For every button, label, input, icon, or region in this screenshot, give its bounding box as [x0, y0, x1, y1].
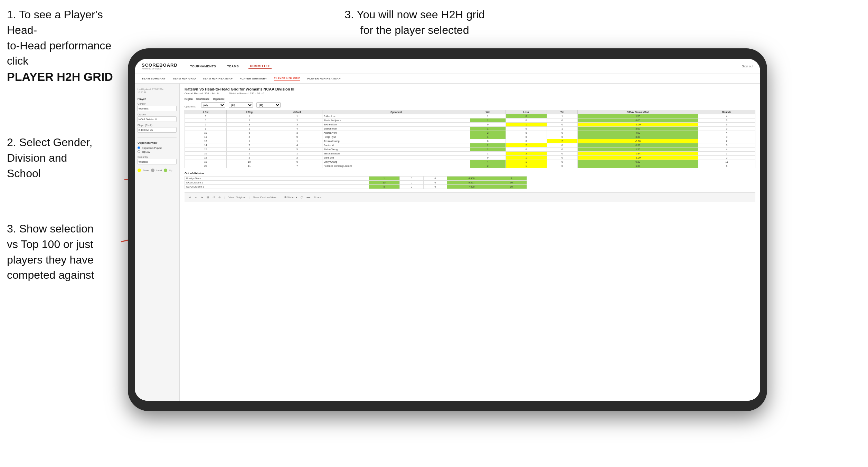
region-filter-select[interactable]: (All) [201, 102, 225, 108]
sidebar: Last Updated: 27/03/202416:55:38 Player … [135, 84, 180, 401]
grid-subtitle: Overall Record: 353 - 34 - 6 Division Re… [185, 92, 755, 95]
toolbar-watch[interactable]: 👁 Watch ▾ [284, 196, 298, 199]
colour-by-label: Colour by [138, 156, 177, 158]
tablet-frame: SCOREBOARD Powered by clippd TOURNAMENTS… [128, 48, 767, 411]
filter-selects-row: Opponents: (All) (All) (All) [185, 102, 755, 108]
table-row: 13 1 1 Jessica Huang 0 0 2 -3.00 2 [185, 139, 755, 143]
toolbar-hex[interactable]: ⬡ [301, 196, 303, 199]
opponent-view-radios: Opponents Played Top 100 [138, 146, 177, 153]
player-rank-select[interactable]: 8. Katelyn Vo [138, 127, 177, 133]
last-updated: Last Updated: 27/03/202416:55:38 [138, 88, 177, 94]
col-opponent: Opponent [322, 110, 470, 114]
table-row: 5 2 2 Alexis Sudjianto 1 0 0 4.00 3 [185, 118, 755, 123]
sub-nav-team-summary[interactable]: TEAM SUMMARY [142, 76, 166, 81]
out-of-division-label: Out of division [185, 172, 755, 175]
sub-nav-player-summary[interactable]: PLAYER SUMMARY [239, 76, 267, 81]
sub-nav-team-h2h-heatmap[interactable]: TEAM H2H HEATMAP [203, 76, 233, 81]
colour-legend: Down Level Up [138, 169, 177, 172]
table-row: 11 2 5 Heejo Hyun 1 0 0 3.33 3 [185, 135, 755, 139]
toolbar-share[interactable]: Share [314, 196, 321, 199]
division-select[interactable]: NCAA Division III [138, 116, 177, 122]
instruction-mid-left: 2. Select Gender, Division and School [7, 135, 124, 181]
grid-title: Katelyn Vo Head-to-Head Grid for Women's… [185, 87, 755, 91]
table-row: 18 2 2 Euna Lee 0 1 0 -5.00 2 [185, 156, 755, 160]
player-section-title: Player [138, 97, 177, 101]
toolbar-refresh[interactable]: ↺ [213, 196, 215, 199]
conference-filter-select[interactable]: (All) [229, 102, 253, 108]
toolbar-arrows[interactable]: ⟷ [306, 196, 310, 199]
col-reg: # Reg [227, 110, 272, 114]
toolbar-redo[interactable]: ↪ [201, 196, 203, 199]
table-row: 14 7 4 Eunice Yi 2 2 0 0.38 9 [185, 143, 755, 147]
gender-label: Gender [138, 103, 177, 105]
toolbar-back[interactable]: ← [195, 196, 197, 199]
table-row: 6 3 3 Sydney Kuo 0 1 0 -1.00 3 [185, 123, 755, 127]
nav-committee[interactable]: COMMITTEE [248, 64, 272, 69]
col-conf: # Conf [272, 110, 322, 114]
out-of-division-section: Out of division Foreign Team 1 0 0 4.500… [185, 172, 755, 189]
colour-by-select[interactable]: Win/loss [138, 159, 177, 164]
table-row: 19 10 6 Emily Chang 4 1 0 0.30 11 [185, 160, 755, 164]
nav-tournaments[interactable]: TOURNAMENTS [189, 64, 217, 69]
colour-dot-up [164, 169, 167, 172]
table-row: 20 11 7 Federica Domecq Lacroze 2 1 0 1.… [185, 164, 755, 168]
toolbar-save-custom[interactable]: Save Custom View [253, 196, 276, 199]
player-rank-label: Player (Rank) [138, 124, 177, 126]
instruction-top-right: 3. You will now see H2H gridfor the play… [328, 7, 501, 38]
gender-select[interactable]: Women's [138, 106, 177, 111]
col-diff: Diff Av Strokes/Rnd [578, 110, 698, 114]
opponent-view-title: Opponent view [138, 141, 177, 144]
bottom-toolbar: ↩ ← ↪ ⊞ ↺ ⊙ | View: Original | Save Cust… [185, 192, 755, 202]
table-row: NAIA Division 1 15 0 0 9.267 30 [185, 181, 527, 185]
main-navbar: SCOREBOARD Powered by clippd TOURNAMENTS… [135, 59, 760, 74]
table-row: Foreign Team 1 0 0 4.500 2 [185, 177, 527, 181]
col-win: Win [470, 110, 506, 114]
toolbar-circle[interactable]: ⊙ [218, 196, 221, 199]
colour-dot-level [151, 169, 154, 172]
h2h-table: # Div # Reg # Conf Opponent Win Loss Tie… [185, 110, 755, 168]
radio-opponents-played[interactable]: Opponents Played [138, 146, 177, 149]
out-of-division-table: Foreign Team 1 0 0 4.500 2 NAIA Division… [185, 176, 527, 189]
filter-region: Region [185, 98, 193, 100]
col-tie: Tie [547, 110, 577, 114]
toolbar-grid[interactable]: ⊞ [207, 196, 209, 199]
col-rounds: Rounds [698, 110, 755, 114]
toolbar-view-original[interactable]: View: Original [228, 196, 245, 199]
table-row: 9 1 4 Sharon Mun 1 0 1 3.67 3 [185, 127, 755, 131]
col-loss: Loss [506, 110, 547, 114]
grid-area: Katelyn Vo Head-to-Head Grid for Women's… [180, 84, 760, 401]
filter-row: Region Conference Opponent [185, 98, 755, 100]
table-row: 16 1 1 Jessica Mason 1 2 0 -0.94 7 [185, 152, 755, 156]
main-content: Last Updated: 27/03/202416:55:38 Player … [135, 84, 760, 401]
sub-nav-player-h2h-grid[interactable]: PLAYER H2H GRID [274, 76, 301, 81]
table-row: 10 6 3 Andrea York 2 0 0 4.00 4 [185, 131, 755, 135]
sub-nav-team-h2h-grid[interactable]: TEAM H2H GRID [173, 76, 196, 81]
instruction-bot-left: 3. Show selection vs Top 100 or just pla… [7, 221, 124, 283]
sub-navbar: TEAM SUMMARY TEAM H2H GRID TEAM H2H HEAT… [135, 74, 760, 84]
logo: SCOREBOARD Powered by clippd [142, 63, 178, 70]
col-div: # Div [185, 110, 227, 114]
toolbar-undo[interactable]: ↩ [189, 196, 191, 199]
radio-top100[interactable]: Top 100 [138, 150, 177, 153]
filter-opponent: Opponent [213, 98, 224, 100]
table-row: NCAA Division 2 5 0 0 7.400 10 [185, 185, 527, 189]
table-row: 3 1 1 Esther Lee 1 0 1 1.50 4 [185, 114, 755, 118]
table-row: 15 8 5 Stella Cheng 1 0 0 1.25 4 [185, 147, 755, 152]
instruction-top-left: 1. To see a Player's Head- to-Head perfo… [7, 7, 131, 85]
sign-out-button[interactable]: Sign out [742, 65, 753, 68]
sub-nav-player-h2h-heatmap[interactable]: PLAYER H2H HEATMAP [307, 76, 341, 81]
nav-teams[interactable]: TEAMS [226, 64, 240, 69]
tablet-screen: SCOREBOARD Powered by clippd TOURNAMENTS… [135, 59, 760, 401]
colour-dot-down [138, 169, 141, 172]
opponent-filter-select[interactable]: (All) [256, 102, 281, 108]
division-label: Division [138, 113, 177, 116]
filter-conference: Conference [196, 98, 210, 100]
